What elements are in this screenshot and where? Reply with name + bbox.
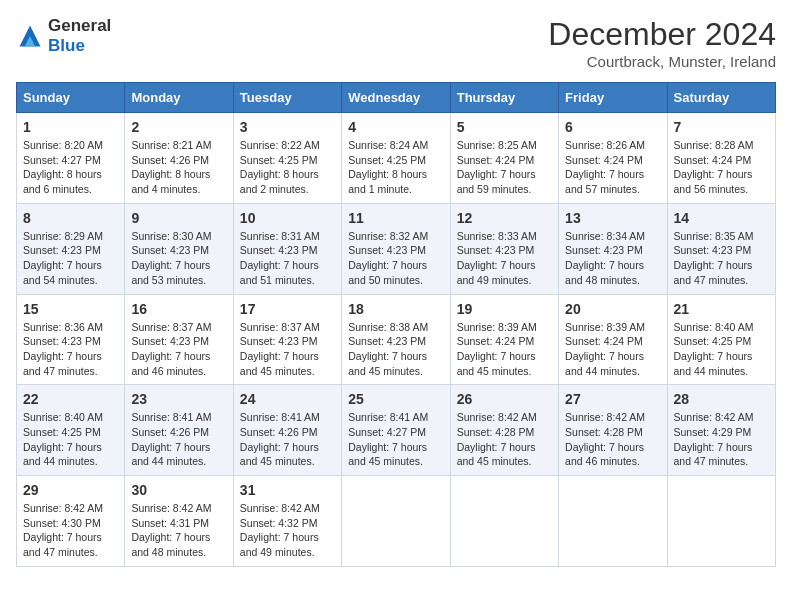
day-info: Sunrise: 8:29 AMSunset: 4:23 PMDaylight:…	[23, 229, 118, 288]
calendar-header-row: SundayMondayTuesdayWednesdayThursdayFrid…	[17, 83, 776, 113]
day-info: Sunrise: 8:42 AMSunset: 4:30 PMDaylight:…	[23, 501, 118, 560]
day-info: Sunrise: 8:36 AMSunset: 4:23 PMDaylight:…	[23, 320, 118, 379]
day-number: 11	[348, 210, 443, 226]
day-number: 8	[23, 210, 118, 226]
title-block: December 2024 Courtbrack, Munster, Irela…	[548, 16, 776, 70]
calendar-cell: 9Sunrise: 8:30 AMSunset: 4:23 PMDaylight…	[125, 203, 233, 294]
day-info: Sunrise: 8:37 AMSunset: 4:23 PMDaylight:…	[131, 320, 226, 379]
logo-icon	[16, 22, 44, 50]
calendar-cell: 7Sunrise: 8:28 AMSunset: 4:24 PMDaylight…	[667, 113, 775, 204]
day-number: 26	[457, 391, 552, 407]
day-number: 12	[457, 210, 552, 226]
day-info: Sunrise: 8:42 AMSunset: 4:29 PMDaylight:…	[674, 410, 769, 469]
day-number: 3	[240, 119, 335, 135]
day-info: Sunrise: 8:33 AMSunset: 4:23 PMDaylight:…	[457, 229, 552, 288]
calendar-cell	[450, 476, 558, 567]
day-number: 22	[23, 391, 118, 407]
calendar-cell: 8Sunrise: 8:29 AMSunset: 4:23 PMDaylight…	[17, 203, 125, 294]
day-number: 24	[240, 391, 335, 407]
day-number: 4	[348, 119, 443, 135]
day-info: Sunrise: 8:41 AMSunset: 4:26 PMDaylight:…	[131, 410, 226, 469]
day-number: 10	[240, 210, 335, 226]
calendar-cell: 17Sunrise: 8:37 AMSunset: 4:23 PMDayligh…	[233, 294, 341, 385]
day-number: 27	[565, 391, 660, 407]
day-info: Sunrise: 8:42 AMSunset: 4:28 PMDaylight:…	[457, 410, 552, 469]
calendar-cell	[342, 476, 450, 567]
day-info: Sunrise: 8:42 AMSunset: 4:28 PMDaylight:…	[565, 410, 660, 469]
day-info: Sunrise: 8:40 AMSunset: 4:25 PMDaylight:…	[674, 320, 769, 379]
calendar-cell: 10Sunrise: 8:31 AMSunset: 4:23 PMDayligh…	[233, 203, 341, 294]
day-info: Sunrise: 8:40 AMSunset: 4:25 PMDaylight:…	[23, 410, 118, 469]
calendar-cell: 19Sunrise: 8:39 AMSunset: 4:24 PMDayligh…	[450, 294, 558, 385]
calendar-cell: 2Sunrise: 8:21 AMSunset: 4:26 PMDaylight…	[125, 113, 233, 204]
calendar-cell: 5Sunrise: 8:25 AMSunset: 4:24 PMDaylight…	[450, 113, 558, 204]
calendar-cell: 26Sunrise: 8:42 AMSunset: 4:28 PMDayligh…	[450, 385, 558, 476]
day-info: Sunrise: 8:20 AMSunset: 4:27 PMDaylight:…	[23, 138, 118, 197]
weekday-header-monday: Monday	[125, 83, 233, 113]
weekday-header-tuesday: Tuesday	[233, 83, 341, 113]
day-info: Sunrise: 8:32 AMSunset: 4:23 PMDaylight:…	[348, 229, 443, 288]
calendar-cell	[667, 476, 775, 567]
day-number: 31	[240, 482, 335, 498]
day-number: 15	[23, 301, 118, 317]
calendar-cell: 22Sunrise: 8:40 AMSunset: 4:25 PMDayligh…	[17, 385, 125, 476]
calendar-cell: 14Sunrise: 8:35 AMSunset: 4:23 PMDayligh…	[667, 203, 775, 294]
day-number: 19	[457, 301, 552, 317]
logo-text: General Blue	[48, 16, 111, 56]
day-number: 6	[565, 119, 660, 135]
day-info: Sunrise: 8:34 AMSunset: 4:23 PMDaylight:…	[565, 229, 660, 288]
logo-general: General	[48, 16, 111, 35]
calendar-cell: 25Sunrise: 8:41 AMSunset: 4:27 PMDayligh…	[342, 385, 450, 476]
day-number: 21	[674, 301, 769, 317]
calendar-cell: 31Sunrise: 8:42 AMSunset: 4:32 PMDayligh…	[233, 476, 341, 567]
day-info: Sunrise: 8:37 AMSunset: 4:23 PMDaylight:…	[240, 320, 335, 379]
calendar-cell: 12Sunrise: 8:33 AMSunset: 4:23 PMDayligh…	[450, 203, 558, 294]
calendar-week-row: 29Sunrise: 8:42 AMSunset: 4:30 PMDayligh…	[17, 476, 776, 567]
day-number: 23	[131, 391, 226, 407]
day-number: 30	[131, 482, 226, 498]
day-number: 25	[348, 391, 443, 407]
calendar-cell: 21Sunrise: 8:40 AMSunset: 4:25 PMDayligh…	[667, 294, 775, 385]
weekday-header-saturday: Saturday	[667, 83, 775, 113]
location-subtitle: Courtbrack, Munster, Ireland	[548, 53, 776, 70]
day-info: Sunrise: 8:41 AMSunset: 4:26 PMDaylight:…	[240, 410, 335, 469]
logo-blue: Blue	[48, 36, 85, 55]
day-number: 28	[674, 391, 769, 407]
calendar-cell: 18Sunrise: 8:38 AMSunset: 4:23 PMDayligh…	[342, 294, 450, 385]
day-number: 16	[131, 301, 226, 317]
calendar-week-row: 1Sunrise: 8:20 AMSunset: 4:27 PMDaylight…	[17, 113, 776, 204]
day-info: Sunrise: 8:25 AMSunset: 4:24 PMDaylight:…	[457, 138, 552, 197]
calendar-cell	[559, 476, 667, 567]
calendar-cell: 27Sunrise: 8:42 AMSunset: 4:28 PMDayligh…	[559, 385, 667, 476]
day-info: Sunrise: 8:39 AMSunset: 4:24 PMDaylight:…	[457, 320, 552, 379]
day-number: 18	[348, 301, 443, 317]
page-header: General Blue December 2024 Courtbrack, M…	[16, 16, 776, 70]
logo: General Blue	[16, 16, 111, 56]
day-info: Sunrise: 8:35 AMSunset: 4:23 PMDaylight:…	[674, 229, 769, 288]
calendar-week-row: 22Sunrise: 8:40 AMSunset: 4:25 PMDayligh…	[17, 385, 776, 476]
calendar-cell: 3Sunrise: 8:22 AMSunset: 4:25 PMDaylight…	[233, 113, 341, 204]
calendar-cell: 30Sunrise: 8:42 AMSunset: 4:31 PMDayligh…	[125, 476, 233, 567]
calendar-cell: 4Sunrise: 8:24 AMSunset: 4:25 PMDaylight…	[342, 113, 450, 204]
day-number: 5	[457, 119, 552, 135]
calendar-cell: 24Sunrise: 8:41 AMSunset: 4:26 PMDayligh…	[233, 385, 341, 476]
day-info: Sunrise: 8:42 AMSunset: 4:31 PMDaylight:…	[131, 501, 226, 560]
day-info: Sunrise: 8:22 AMSunset: 4:25 PMDaylight:…	[240, 138, 335, 197]
day-info: Sunrise: 8:38 AMSunset: 4:23 PMDaylight:…	[348, 320, 443, 379]
day-number: 2	[131, 119, 226, 135]
calendar-cell: 20Sunrise: 8:39 AMSunset: 4:24 PMDayligh…	[559, 294, 667, 385]
calendar-cell: 16Sunrise: 8:37 AMSunset: 4:23 PMDayligh…	[125, 294, 233, 385]
calendar-cell: 29Sunrise: 8:42 AMSunset: 4:30 PMDayligh…	[17, 476, 125, 567]
day-info: Sunrise: 8:21 AMSunset: 4:26 PMDaylight:…	[131, 138, 226, 197]
calendar-cell: 6Sunrise: 8:26 AMSunset: 4:24 PMDaylight…	[559, 113, 667, 204]
calendar-cell: 23Sunrise: 8:41 AMSunset: 4:26 PMDayligh…	[125, 385, 233, 476]
day-info: Sunrise: 8:41 AMSunset: 4:27 PMDaylight:…	[348, 410, 443, 469]
day-info: Sunrise: 8:28 AMSunset: 4:24 PMDaylight:…	[674, 138, 769, 197]
day-info: Sunrise: 8:30 AMSunset: 4:23 PMDaylight:…	[131, 229, 226, 288]
day-number: 13	[565, 210, 660, 226]
weekday-header-thursday: Thursday	[450, 83, 558, 113]
day-number: 9	[131, 210, 226, 226]
calendar-cell: 11Sunrise: 8:32 AMSunset: 4:23 PMDayligh…	[342, 203, 450, 294]
day-number: 1	[23, 119, 118, 135]
weekday-header-friday: Friday	[559, 83, 667, 113]
